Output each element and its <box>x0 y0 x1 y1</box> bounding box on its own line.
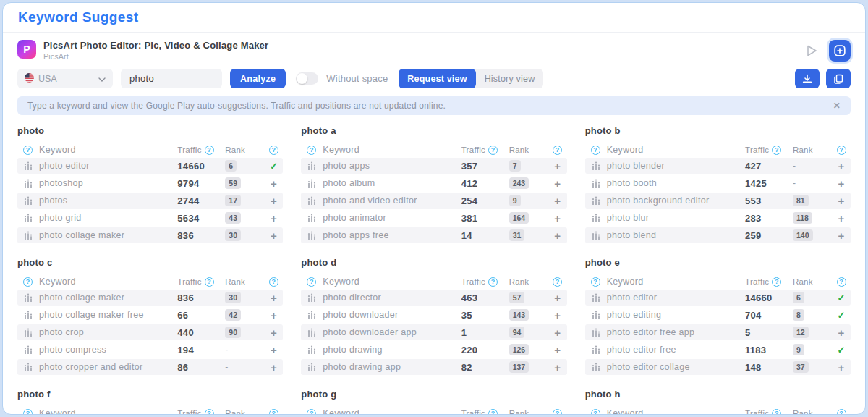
add-keyword-button[interactable]: + <box>548 195 567 206</box>
keyword-chart-icon[interactable] <box>17 311 39 320</box>
help-icon[interactable]: ? <box>488 146 498 155</box>
add-keyword-button[interactable]: + <box>832 161 851 172</box>
history-view-tab[interactable]: History view <box>476 69 544 88</box>
keyword-chart-icon[interactable] <box>301 161 323 171</box>
help-icon[interactable]: ? <box>837 277 846 287</box>
keyword-chart-icon[interactable] <box>585 231 607 240</box>
add-app-button[interactable] <box>829 40 851 62</box>
add-keyword-button[interactable]: + <box>832 213 851 224</box>
add-keyword-button[interactable]: + <box>832 362 851 373</box>
keyword-chart-icon[interactable] <box>585 311 607 320</box>
keyword-chart-icon[interactable] <box>301 345 323 355</box>
help-icon[interactable]: ? <box>772 146 781 155</box>
keyword-chart-icon[interactable] <box>17 161 39 171</box>
keyword-chart-icon[interactable] <box>17 214 39 223</box>
add-keyword-button[interactable]: + <box>548 327 567 338</box>
help-icon[interactable]: ? <box>23 409 33 416</box>
help-icon[interactable]: ? <box>269 146 278 155</box>
rank-cell: - <box>225 345 228 355</box>
copy-button[interactable] <box>826 69 851 88</box>
keyword-chart-icon[interactable] <box>585 161 607 171</box>
keyword-chart-icon[interactable] <box>17 345 39 355</box>
table-row: photo drawing app 82 137 + <box>301 359 566 375</box>
keyword-chart-icon[interactable] <box>301 196 323 206</box>
keyword-chart-icon[interactable] <box>301 328 323 337</box>
table-row: photo editor 14660 6 ✓ <box>585 290 851 306</box>
keyword-chart-icon[interactable] <box>585 328 607 337</box>
add-keyword-button[interactable]: + <box>832 195 851 206</box>
rank-cell: 137 <box>509 361 529 373</box>
keyword-chart-icon[interactable] <box>17 179 39 188</box>
keyword-chart-icon[interactable] <box>301 311 323 320</box>
help-icon[interactable]: ? <box>772 277 781 287</box>
keyword-chart-icon[interactable] <box>585 196 607 206</box>
help-icon[interactable]: ? <box>591 146 600 155</box>
add-keyword-button[interactable]: + <box>548 178 567 189</box>
keyword-chart-icon[interactable] <box>301 293 323 303</box>
add-keyword-button[interactable]: + <box>264 178 283 189</box>
help-icon[interactable]: ? <box>307 146 316 155</box>
add-keyword-button[interactable]: + <box>548 292 567 303</box>
add-keyword-button[interactable]: + <box>264 195 283 206</box>
help-icon[interactable]: ? <box>307 409 316 416</box>
keyword-chart-icon[interactable] <box>301 214 323 223</box>
country-select[interactable]: USA <box>17 69 113 88</box>
group-title: photo g <box>301 389 566 400</box>
help-icon[interactable]: ? <box>23 277 33 287</box>
keyword-chart-icon[interactable] <box>585 363 607 372</box>
help-icon[interactable]: ? <box>553 146 562 155</box>
keyword-chart-icon[interactable] <box>585 345 607 355</box>
add-keyword-button[interactable]: + <box>832 178 851 189</box>
help-icon[interactable]: ? <box>269 277 278 287</box>
add-keyword-button[interactable]: + <box>548 230 567 241</box>
add-keyword-button[interactable]: + <box>264 230 283 241</box>
analyze-button[interactable]: Analyze <box>230 69 286 88</box>
close-icon[interactable]: ✕ <box>833 101 841 111</box>
download-button[interactable] <box>795 69 820 88</box>
help-icon[interactable]: ? <box>488 409 498 416</box>
keyword-chart-icon[interactable] <box>585 179 607 188</box>
help-icon[interactable]: ? <box>488 277 498 287</box>
add-keyword-button[interactable]: + <box>548 362 567 373</box>
help-icon[interactable]: ? <box>837 409 846 416</box>
add-keyword-button[interactable]: + <box>264 345 283 355</box>
add-keyword-button[interactable]: + <box>264 327 283 338</box>
keyword-chart-icon[interactable] <box>585 214 607 223</box>
keyword-chart-icon[interactable] <box>17 231 39 240</box>
keyword-input[interactable] <box>121 69 222 88</box>
without-space-toggle[interactable] <box>296 72 318 85</box>
add-keyword-button[interactable]: + <box>264 310 283 321</box>
table-row: photoshop 9794 59 + <box>17 175 283 191</box>
add-keyword-button[interactable]: + <box>832 230 851 241</box>
keyword-chart-icon[interactable] <box>301 231 323 240</box>
add-keyword-button[interactable]: + <box>548 310 567 321</box>
add-keyword-button[interactable]: + <box>264 362 283 373</box>
keyword-chart-icon[interactable] <box>17 196 39 206</box>
request-view-tab[interactable]: Request view <box>399 69 475 88</box>
help-icon[interactable]: ? <box>591 277 600 287</box>
keyword-chart-icon[interactable] <box>301 179 323 188</box>
keyword-chart-icon[interactable] <box>585 293 607 303</box>
keyword-chart-icon[interactable] <box>17 363 39 372</box>
add-keyword-button[interactable]: + <box>264 292 283 303</box>
help-icon[interactable]: ? <box>23 146 33 155</box>
help-icon[interactable]: ? <box>553 409 562 416</box>
help-icon[interactable]: ? <box>837 146 846 155</box>
help-icon[interactable]: ? <box>205 409 214 416</box>
keyword-chart-icon[interactable] <box>301 363 323 372</box>
add-keyword-button[interactable]: + <box>832 327 851 338</box>
help-icon[interactable]: ? <box>591 409 600 416</box>
help-icon[interactable]: ? <box>307 277 316 287</box>
help-icon[interactable]: ? <box>205 277 214 287</box>
add-keyword-button[interactable]: + <box>548 345 567 355</box>
add-keyword-button[interactable]: + <box>264 213 283 224</box>
keyword-chart-icon[interactable] <box>17 293 39 303</box>
add-keyword-button[interactable]: + <box>548 161 567 172</box>
rank-cell: 94 <box>509 327 525 338</box>
help-icon[interactable]: ? <box>553 277 562 287</box>
help-icon[interactable]: ? <box>772 409 781 416</box>
help-icon[interactable]: ? <box>205 146 214 155</box>
add-keyword-button[interactable]: + <box>548 213 567 224</box>
help-icon[interactable]: ? <box>269 409 278 416</box>
keyword-chart-icon[interactable] <box>17 328 39 337</box>
